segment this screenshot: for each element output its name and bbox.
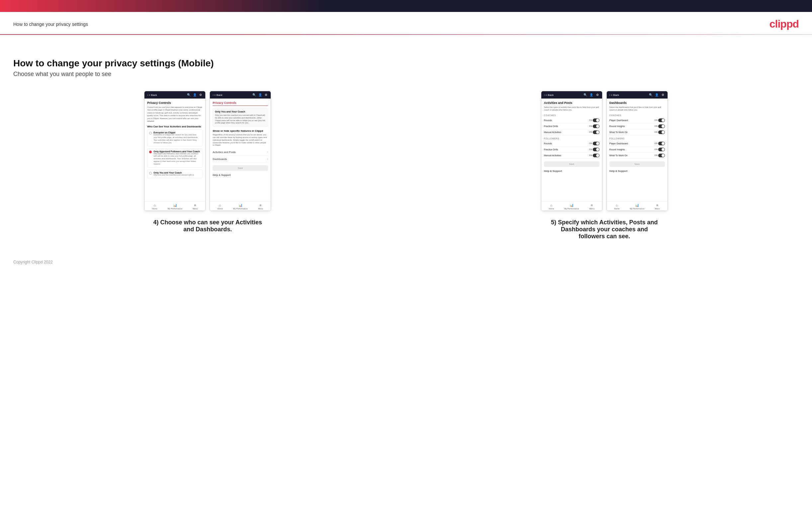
- nav-home-4[interactable]: ⌂ Home: [607, 204, 627, 210]
- mockup-group-left: ‹ < Back 🔍 👤 ⚙ Privacy Controls Control …: [13, 91, 402, 240]
- screen-title-2: Privacy Controls: [212, 101, 268, 106]
- home-label-2: Home: [217, 208, 223, 210]
- manual-followers-toggle[interactable]: [593, 154, 600, 157]
- subsection-title-1: Who Can See Your Activities and Dashboar…: [147, 125, 203, 128]
- settings-icon-1[interactable]: ⚙: [199, 93, 203, 97]
- top-bar: [0, 0, 812, 12]
- rounds-followers-toggle[interactable]: [593, 142, 600, 145]
- player-dash-followers-label: Player Dashboard: [609, 143, 628, 145]
- nav-home-1[interactable]: ⌂ Home: [145, 204, 165, 210]
- practice-followers-toggle-wrapper: ON: [589, 148, 600, 151]
- search-icon-3[interactable]: 🔍: [583, 93, 588, 97]
- screen-text-4: Select the dashboards that you'd like to…: [609, 106, 665, 111]
- manual-coaches-label: Manual Activities: [544, 131, 561, 133]
- manual-followers-on-label: ON: [589, 154, 592, 156]
- menu-dashboards-arrow: ›: [267, 157, 268, 161]
- nav-performance-2[interactable]: 📊 My Performance: [230, 204, 250, 210]
- manual-coaches-on-label: ON: [589, 131, 592, 133]
- player-dash-followers-on-label: ON: [655, 143, 658, 144]
- people-icon-2[interactable]: 👤: [258, 93, 262, 97]
- practice-followers-toggle[interactable]: [593, 148, 600, 151]
- nav-menu-4[interactable]: ≡ Menu: [647, 204, 667, 210]
- search-icon-4[interactable]: 🔍: [649, 93, 653, 97]
- performance-icon-4: 📊: [635, 204, 639, 207]
- menu-dashboards[interactable]: Dashboards ›: [212, 156, 268, 163]
- toggle-player-dash-followers: Player Dashboard ON: [609, 141, 665, 147]
- menu-activities-label: Activities and Posts: [212, 151, 236, 154]
- radio-option-approved[interactable]: Only Approved Followers and Your Coach O…: [147, 148, 203, 168]
- phone-back-btn-3[interactable]: ‹ < Back: [544, 94, 554, 97]
- screen-title-1: Privacy Controls: [147, 101, 203, 105]
- people-icon-3[interactable]: 👤: [590, 93, 594, 97]
- home-label-4: Home: [614, 208, 619, 210]
- back-arrow-icon-2: ‹: [212, 94, 213, 97]
- search-icon-2[interactable]: 🔍: [252, 93, 256, 97]
- radio-option-everyone[interactable]: Everyone on Clippd Everyone on Clippd ca…: [147, 129, 203, 146]
- player-dash-coaches-toggle-wrapper: ON: [655, 118, 665, 122]
- search-icon-1[interactable]: 🔍: [187, 93, 191, 97]
- save-btn-3[interactable]: Save: [544, 161, 600, 167]
- phone-back-btn-2[interactable]: ‹ < Back: [212, 94, 222, 97]
- round-insights-followers-on-label: ON: [655, 148, 658, 150]
- followers-label-3: FOLLOWERS: [544, 137, 600, 140]
- nav-home-3[interactable]: ⌂ Home: [541, 204, 562, 210]
- rounds-coaches-toggle[interactable]: [593, 118, 600, 122]
- radio-circle-only-you: [149, 172, 152, 174]
- performance-icon-3: 📊: [569, 204, 573, 207]
- nav-performance-4[interactable]: 📊 My Performance: [627, 204, 647, 210]
- settings-icon-3[interactable]: ⚙: [596, 93, 600, 97]
- what-to-work-coaches-label: What To Work On: [609, 131, 628, 133]
- radio-option-only-you[interactable]: Only You and Your Coach Only you and the…: [147, 170, 203, 178]
- breadcrumb: How to change your privacy settings: [13, 21, 88, 27]
- manual-coaches-toggle[interactable]: [593, 130, 600, 134]
- phone-body-1: Privacy Controls Control how you and you…: [145, 99, 205, 202]
- mockup-pair-right: ‹ < Back 🔍 👤 ⚙ Activities and Posts Sele…: [541, 91, 668, 211]
- menu-label-3: Menu: [590, 208, 595, 210]
- practice-followers-on-label: ON: [589, 148, 592, 150]
- nav-menu-2[interactable]: ≡ Menu: [250, 204, 271, 210]
- rounds-followers-label: Rounds: [544, 143, 552, 145]
- phone-back-btn-4[interactable]: ‹ < Back: [609, 94, 619, 97]
- round-insights-coaches-toggle-wrapper: ON: [655, 124, 665, 128]
- practice-coaches-toggle[interactable]: [593, 124, 600, 128]
- home-label-1: Home: [152, 208, 157, 210]
- what-to-work-coaches-toggle[interactable]: [658, 130, 665, 134]
- player-dash-coaches-toggle[interactable]: [658, 118, 665, 122]
- what-to-work-followers-toggle-wrapper: ON: [655, 154, 665, 157]
- people-icon-4[interactable]: 👤: [655, 93, 659, 97]
- back-arrow-icon-3: ‹: [544, 94, 545, 97]
- rounds-followers-toggle-wrapper: ON: [589, 142, 600, 145]
- back-arrow-icon-1: ‹: [147, 94, 148, 97]
- nav-menu-1[interactable]: ≡ Menu: [185, 204, 205, 210]
- help-support-3: Help & Support: [544, 170, 600, 173]
- settings-icon-4[interactable]: ⚙: [661, 93, 665, 97]
- toggle-manual-followers: Manual Activities ON: [544, 153, 600, 159]
- section-subtext-2: Regardless of the privacy controls that …: [212, 134, 268, 147]
- nav-menu-3[interactable]: ≡ Menu: [582, 204, 602, 210]
- round-insights-coaches-toggle[interactable]: [658, 124, 665, 128]
- what-to-work-followers-toggle[interactable]: [658, 154, 665, 157]
- nav-performance-1[interactable]: 📊 My Performance: [165, 204, 185, 210]
- practice-followers-label: Practice Drills: [544, 148, 558, 151]
- radio-content-everyone: Everyone on Clippd Everyone on Clippd ca…: [153, 131, 201, 144]
- player-dash-followers-toggle-wrapper: ON: [655, 142, 665, 145]
- player-dash-followers-toggle[interactable]: [658, 142, 665, 145]
- nav-home-2[interactable]: ⌂ Home: [210, 204, 230, 210]
- round-insights-followers-toggle[interactable]: [658, 148, 665, 151]
- nav-performance-3[interactable]: 📊 My Performance: [562, 204, 582, 210]
- home-icon-3: ⌂: [550, 204, 552, 207]
- people-icon-1[interactable]: 👤: [193, 93, 197, 97]
- save-btn-2[interactable]: Save: [212, 165, 268, 171]
- phone-body-4: Dashboards Select the dashboards that yo…: [607, 99, 667, 202]
- back-label-2: < Back: [214, 94, 222, 97]
- settings-icon-2[interactable]: ⚙: [264, 93, 268, 97]
- menu-icon-4: ≡: [656, 204, 658, 207]
- toggle-player-dash-coaches: Player Dashboard ON: [609, 117, 665, 123]
- mockups-row: ‹ < Back 🔍 👤 ⚙ Privacy Controls Control …: [13, 91, 799, 240]
- phone-back-btn-1[interactable]: ‹ < Back: [147, 94, 157, 97]
- radio-desc-only-you: Only you and the coaches you connect wit…: [153, 174, 194, 176]
- menu-activities-posts[interactable]: Activities and Posts ›: [212, 149, 268, 156]
- radio-label-approved: Only Approved Followers and Your Coach: [153, 150, 201, 153]
- save-btn-4[interactable]: Save: [609, 161, 665, 167]
- performance-label-3: My Performance: [564, 208, 579, 210]
